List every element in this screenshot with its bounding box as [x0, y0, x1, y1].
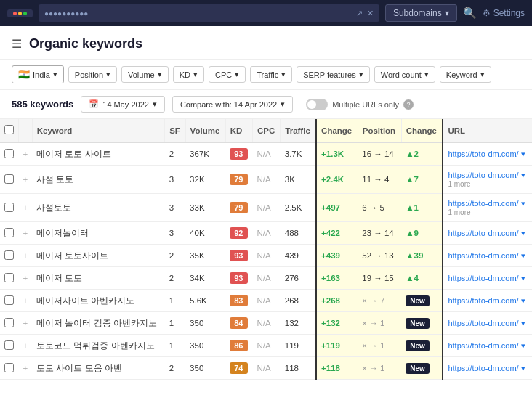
- table-row: + 사설 토토 3 32K 79 N/A 3K +2.4K 11 → 4 ▲7 …: [0, 166, 532, 194]
- external-link-icon[interactable]: ↗: [356, 9, 363, 18]
- col-cpc[interactable]: CPC: [252, 119, 280, 142]
- row-add-cell[interactable]: +: [19, 245, 33, 267]
- row-add-cell[interactable]: +: [19, 142, 33, 166]
- pos-change-cell: ▲1: [401, 194, 443, 222]
- search-icon[interactable]: 🔍: [463, 7, 477, 20]
- url-cell: https://toto-dm.com/ ▾: [443, 312, 532, 335]
- pos-change-cell: ▲39: [401, 245, 443, 267]
- filter-traffic[interactable]: Traffic ▾: [250, 66, 292, 83]
- gear-icon: ⚙: [483, 8, 491, 18]
- chevron-down-icon: ▾: [281, 99, 285, 109]
- position-cell: × → 1: [358, 312, 401, 335]
- col-url[interactable]: URL: [443, 119, 532, 142]
- multiple-urls-toggle[interactable]: [306, 99, 328, 110]
- row-checkbox[interactable]: [4, 228, 14, 237]
- change-cell: +132: [316, 312, 358, 335]
- subdomains-button[interactable]: Subdomains ▾: [385, 4, 457, 22]
- keyword-text: 메이저 토토: [36, 274, 82, 282]
- row-checkbox[interactable]: [4, 149, 14, 158]
- row-add-cell[interactable]: +: [19, 267, 33, 290]
- row-add-cell[interactable]: +: [19, 357, 33, 380]
- more-urls-link[interactable]: 1 more: [448, 180, 528, 188]
- traffic-cell: 132: [281, 312, 316, 335]
- row-checkbox[interactable]: [4, 250, 14, 260]
- row-checkbox[interactable]: [4, 340, 14, 350]
- col-pos-change[interactable]: Change: [401, 119, 443, 142]
- url-link[interactable]: https://toto-dm.com/ ▾: [448, 274, 525, 282]
- date-button[interactable]: 📅 14 May 2022 ▾: [81, 96, 165, 113]
- url-link[interactable]: https://toto-dm.com/ ▾: [448, 341, 525, 350]
- volume-cell: 5.6K: [185, 290, 225, 312]
- table-row: + 메이저 토토 사이트 2 367K 93 N/A 3.7K +1.3K 16…: [0, 142, 532, 166]
- change-value: +118: [321, 364, 340, 372]
- change-cell: +497: [316, 194, 358, 222]
- chevron-down-icon: ▾: [445, 8, 449, 18]
- col-sf[interactable]: SF: [165, 119, 185, 142]
- kd-badge: 74: [230, 362, 247, 374]
- filter-keyword[interactable]: Keyword ▾: [440, 66, 491, 83]
- browser-tab[interactable]: [7, 9, 33, 17]
- address-bar[interactable]: ●●●●●●●●●●: [44, 9, 88, 17]
- position-cell: 52 → 13: [358, 245, 401, 267]
- url-link[interactable]: https://toto-dm.com/ ▾: [448, 199, 525, 208]
- url-link[interactable]: https://toto-dm.com/ ▾: [448, 296, 525, 305]
- kd-cell: 74: [225, 357, 252, 380]
- url-link[interactable]: https://toto-dm.com/ ▾: [448, 364, 525, 372]
- position-new-badge: New: [406, 363, 430, 374]
- keywords-table: Keyword SF Volume KD CPC Traffic Change …: [0, 119, 532, 380]
- chevron-down-icon: ▾: [193, 70, 198, 79]
- url-link[interactable]: https://toto-dm.com/ ▾: [448, 251, 525, 260]
- position-cell: 6 → 5: [358, 194, 401, 222]
- help-icon[interactable]: ?: [403, 99, 414, 110]
- filter-india[interactable]: 🇮🇳 India ▾: [12, 65, 64, 83]
- pos-change-cell: ▲7: [401, 166, 443, 194]
- col-traffic[interactable]: Traffic: [281, 119, 316, 142]
- volume-cell: 350: [185, 335, 225, 357]
- compare-button[interactable]: Compare with: 14 Apr 2022 ▾: [172, 96, 293, 113]
- col-position[interactable]: Position: [358, 119, 401, 142]
- col-change[interactable]: Change: [316, 119, 358, 142]
- row-checkbox[interactable]: [4, 273, 14, 282]
- row-add-cell[interactable]: +: [19, 222, 33, 245]
- position-value: 11 → 4: [362, 175, 389, 184]
- settings-button[interactable]: ⚙ Settings: [483, 8, 525, 18]
- kd-cell: 93: [225, 267, 252, 290]
- filter-position[interactable]: Position ▾: [68, 66, 117, 83]
- change-value: +422: [321, 229, 340, 237]
- chevron-down-icon: ▾: [158, 70, 162, 79]
- top-bar: ●●●●●●●●●● ↗ ✕ Subdomains ▾ 🔍 ⚙ Settings: [0, 0, 532, 26]
- filter-volume[interactable]: Volume ▾: [121, 66, 169, 83]
- position-value: 19 → 15: [362, 274, 393, 282]
- keyword-cell: 사설토토: [32, 194, 164, 222]
- row-checkbox[interactable]: [4, 295, 14, 305]
- filter-word-count[interactable]: Word count ▾: [374, 66, 435, 83]
- row-checkbox[interactable]: [4, 363, 14, 372]
- kd-badge: 84: [230, 317, 247, 329]
- filter-serp[interactable]: SERP features ▾: [297, 66, 370, 83]
- url-link[interactable]: https://toto-dm.com/ ▾: [448, 229, 525, 237]
- row-add-cell[interactable]: +: [19, 166, 33, 194]
- hamburger-icon[interactable]: ☰: [12, 37, 22, 51]
- row-checkbox[interactable]: [4, 174, 14, 184]
- row-checkbox[interactable]: [4, 203, 14, 212]
- col-kd[interactable]: KD: [225, 119, 252, 142]
- row-checkbox[interactable]: [4, 318, 14, 327]
- row-add-cell[interactable]: +: [19, 194, 33, 222]
- url-link[interactable]: https://toto-dm.com/ ▾: [448, 319, 525, 327]
- col-keyword[interactable]: Keyword: [32, 119, 164, 142]
- more-urls-link[interactable]: 1 more: [448, 208, 528, 216]
- row-add-cell[interactable]: +: [19, 312, 33, 335]
- filter-kd[interactable]: KD ▾: [173, 66, 204, 83]
- keyword-cell: 메이저 토토 사이트: [32, 142, 164, 166]
- close-tab-icon[interactable]: ✕: [367, 9, 374, 18]
- filter-cpc[interactable]: CPC ▾: [209, 66, 246, 83]
- cpc-cell: N/A: [252, 222, 280, 245]
- url-link[interactable]: https://toto-dm.com/ ▾: [448, 171, 525, 179]
- col-volume[interactable]: Volume: [185, 119, 225, 142]
- position-change-value: ▲9: [406, 229, 419, 237]
- change-value: +268: [321, 296, 340, 305]
- row-add-cell[interactable]: +: [19, 335, 33, 357]
- url-link[interactable]: https://toto-dm.com/ ▾: [448, 150, 525, 158]
- row-add-cell[interactable]: +: [19, 290, 33, 312]
- select-all-checkbox[interactable]: [4, 125, 14, 134]
